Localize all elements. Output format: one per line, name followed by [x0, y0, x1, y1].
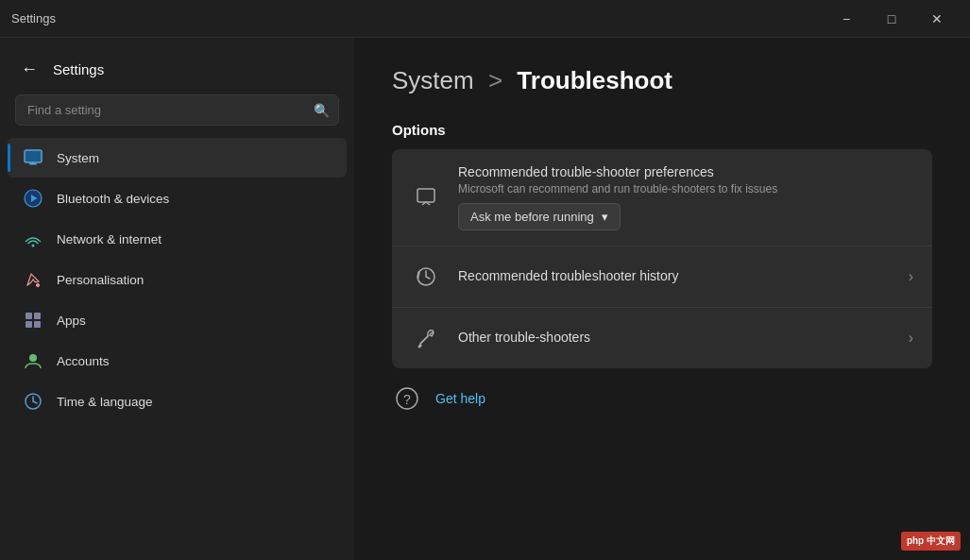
svg-rect-7: [34, 313, 41, 319]
nav-list: System Bluetooth & devices: [0, 137, 354, 560]
section-label: Options: [392, 122, 932, 138]
svg-point-10: [29, 354, 37, 362]
svg-text:?: ?: [403, 392, 411, 407]
monitor-icon: [23, 147, 43, 168]
svg-rect-6: [26, 313, 32, 319]
sidebar-item-personalisation[interactable]: Personalisation: [8, 260, 347, 299]
sidebar-item-system[interactable]: System: [8, 138, 347, 178]
wrench-icon: [411, 323, 441, 353]
svg-rect-8: [26, 321, 32, 328]
chevron-right-icon-other: ›: [909, 330, 913, 347]
chevron-right-icon-history: ›: [909, 268, 913, 285]
option-title-recommended-history: Recommended troubleshooter history: [458, 268, 892, 283]
search-icon: 🔍: [314, 103, 330, 118]
sidebar-app-title: Settings: [53, 61, 104, 77]
breadcrumb-current: Troubleshoot: [517, 66, 672, 94]
get-help-row: ? Get help: [392, 368, 932, 414]
sidebar-item-network[interactable]: Network & internet: [8, 219, 347, 259]
sidebar-item-label-time: Time & language: [57, 395, 153, 409]
back-button[interactable]: ←: [15, 55, 43, 83]
option-content-recommended-preferences: Recommended trouble-shooter preferences …: [458, 164, 913, 230]
dropdown-label: Ask me before running: [470, 210, 594, 224]
titlebar: Settings − □ ✕: [0, 0, 970, 38]
titlebar-title: Settings: [11, 11, 56, 25]
app-container: ← Settings 🔍 System: [0, 38, 970, 560]
sidebar-item-time[interactable]: Time & language: [8, 382, 347, 421]
svg-rect-12: [417, 189, 434, 202]
sidebar-item-label-system: System: [57, 151, 99, 165]
titlebar-left: Settings: [11, 11, 56, 25]
watermark: php 中文网: [901, 532, 961, 551]
sidebar-item-label-bluetooth: Bluetooth & devices: [57, 192, 169, 206]
option-row-recommended-preferences[interactable]: Recommended trouble-shooter preferences …: [392, 149, 932, 246]
sidebar-item-accounts[interactable]: Accounts: [8, 341, 347, 381]
notification-icon: [411, 182, 441, 212]
search-input[interactable]: [15, 94, 339, 126]
maximize-button[interactable]: □: [870, 4, 913, 34]
option-title-other-troubleshooters: Other trouble-shooters: [458, 330, 892, 345]
get-help-link[interactable]: Get help: [435, 391, 485, 406]
ask-before-running-dropdown[interactable]: Ask me before running ▾: [458, 203, 621, 230]
sidebar: ← Settings 🔍 System: [0, 38, 354, 560]
sidebar-item-label-accounts: Accounts: [57, 354, 110, 368]
get-help-icon: ?: [392, 383, 422, 414]
history-icon: [411, 262, 441, 292]
svg-rect-0: [25, 150, 42, 162]
network-icon: [23, 229, 43, 249]
sidebar-item-apps[interactable]: Apps: [8, 300, 347, 340]
close-button[interactable]: ✕: [915, 4, 959, 34]
sidebar-item-label-personalisation: Personalisation: [57, 273, 144, 287]
option-content-other-troubleshooters: Other trouble-shooters: [458, 330, 892, 348]
option-title-recommended-preferences: Recommended trouble-shooter preferences: [458, 164, 913, 179]
titlebar-controls: − □ ✕: [825, 4, 959, 34]
breadcrumb-separator: >: [488, 66, 502, 94]
sidebar-item-bluetooth[interactable]: Bluetooth & devices: [8, 178, 347, 218]
time-icon: [23, 391, 43, 412]
svg-point-5: [36, 283, 40, 287]
accounts-icon: [23, 350, 43, 371]
options-card: Recommended trouble-shooter preferences …: [392, 149, 932, 368]
option-content-recommended-history: Recommended troubleshooter history: [458, 268, 892, 286]
breadcrumb: System > Troubleshoot: [392, 66, 932, 95]
paint-icon: [23, 269, 43, 290]
main-content: System > Troubleshoot Options Recommende…: [354, 38, 970, 560]
svg-point-4: [32, 245, 35, 247]
page-header: System > Troubleshoot: [392, 66, 932, 95]
bluetooth-icon: [23, 188, 43, 209]
option-subtitle-recommended-preferences: Microsoft can recommend and run trouble-…: [458, 182, 913, 195]
svg-rect-9: [34, 321, 41, 328]
sidebar-item-label-apps: Apps: [57, 314, 86, 328]
option-row-recommended-history[interactable]: Recommended troubleshooter history ›: [392, 246, 932, 308]
chevron-down-icon: ▾: [602, 210, 608, 224]
sidebar-item-label-network: Network & internet: [57, 232, 162, 246]
breadcrumb-parent: System: [392, 66, 474, 94]
apps-icon: [23, 310, 43, 331]
sidebar-header: ← Settings: [0, 47, 354, 94]
minimize-button[interactable]: −: [825, 4, 868, 34]
search-container: 🔍: [15, 94, 339, 126]
option-row-other-troubleshooters[interactable]: Other trouble-shooters ›: [392, 308, 932, 368]
svg-rect-2: [32, 162, 35, 164]
